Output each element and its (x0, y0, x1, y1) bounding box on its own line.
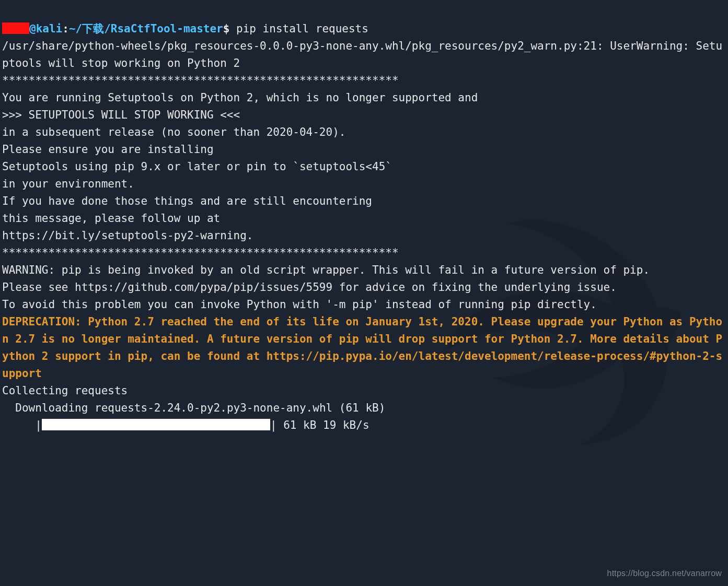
output-line: in a subsequent release (no sooner than … (2, 126, 345, 138)
output-line: ****************************************… (2, 247, 399, 259)
output-line: this message, please follow up at (2, 212, 220, 225)
output-line: https://bit.ly/setuptools-py2-warning. (2, 229, 253, 242)
output-line: WARNING: pip is being invoked by an old … (2, 264, 650, 276)
progress-bar-open: | (2, 419, 42, 431)
prompt-dollar: $ (223, 22, 230, 35)
progress-bar-stats: | 61 kB 19 kB/s (270, 419, 369, 431)
output-line: To avoid this problem you can invoke Pyt… (2, 298, 597, 311)
progress-line: || 61 kB 19 kB/s (2, 419, 369, 431)
typed-command: pip install requests (229, 22, 368, 35)
prompt-separator: : (62, 22, 69, 35)
output-line: /usr/share/python-wheels/pkg_resources-0… (2, 40, 722, 69)
output-line: >>> SETUPTOOLS WILL STOP WORKING <<< (2, 109, 240, 121)
deprecation-warning: DEPRECATION: Python 2.7 reached the end … (2, 315, 722, 380)
output-line: You are running Setuptools on Python 2, … (2, 91, 478, 104)
prompt-line: @kali:~/下载/RsaCtfTool-master$ pip instal… (2, 22, 368, 35)
output-line: in your environment. (2, 178, 134, 190)
output-line: Please see https://github.com/pypa/pip/i… (2, 281, 617, 294)
watermark-text: https://blog.csdn.net/vanarrow (607, 565, 722, 582)
prompt-path: ~/下载/RsaCtfTool-master (69, 22, 223, 35)
prompt-host: @kali (29, 22, 62, 35)
output-line: Please ensure you are installing (2, 143, 214, 156)
output-line: Downloading requests-2.24.0-py2.py3-none… (2, 402, 385, 414)
redacted-user (2, 22, 29, 34)
terminal-output[interactable]: @kali:~/下载/RsaCtfTool-master$ pip instal… (0, 0, 728, 586)
progress-bar-fill (42, 419, 270, 430)
output-line: Setuptools using pip 9.x or later or pin… (2, 160, 392, 173)
output-line: ****************************************… (2, 74, 399, 87)
output-line: Collecting requests (2, 384, 128, 397)
output-line: If you have done those things and are st… (2, 195, 372, 207)
